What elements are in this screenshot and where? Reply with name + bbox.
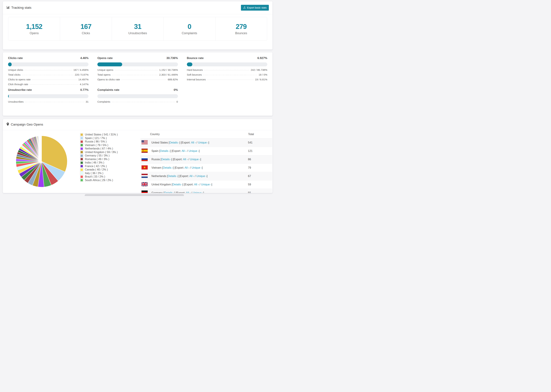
- bracket: ]: [174, 191, 175, 193]
- rate-value: 30.736%: [167, 56, 178, 60]
- stat-row-label: Total clicks: [8, 73, 21, 76]
- stat-value: 167: [80, 23, 91, 30]
- legend-label: South Africa ( 29 / 2% ): [85, 179, 113, 182]
- stat-row-label: Internal bounces: [187, 78, 206, 81]
- country-row: Netherlands [Details ›] [Export: All › /…: [141, 172, 272, 181]
- rate-value: 0%: [174, 88, 178, 92]
- export-unique-link[interactable]: Unique ›: [198, 141, 208, 144]
- export-all-link[interactable]: All ›: [183, 158, 188, 161]
- stat-row-value: 1,152 / 30.736%: [159, 68, 178, 71]
- country-flag-icon: [141, 190, 148, 193]
- export-unique-link[interactable]: Unique ›: [193, 191, 203, 193]
- country-row: Germany [Details ›] [Export: All › / Uni…: [141, 189, 272, 193]
- table-header-row: Country Total: [141, 130, 272, 139]
- details-link[interactable]: Details ›: [160, 149, 170, 152]
- export-label: Export:: [185, 183, 194, 186]
- country-total: 541: [248, 139, 272, 147]
- bracket: ]: [199, 149, 200, 152]
- country-flag-icon: [141, 140, 148, 144]
- country-total: 121: [248, 147, 272, 155]
- export-unique-link[interactable]: Unique ›: [196, 175, 206, 177]
- slash: /: [197, 141, 197, 144]
- bracket: ]: [182, 183, 183, 186]
- export-label: Export:: [175, 166, 184, 169]
- country-total: 86: [248, 155, 272, 164]
- details-link[interactable]: Details ›: [163, 166, 173, 169]
- unsubscribe-rate-section: Unsubscribe rate 0.77% Unsubscribes 31: [8, 88, 88, 103]
- stat-row-label: Unique opens: [97, 68, 113, 71]
- export-unique-link[interactable]: Unique ›: [201, 183, 211, 186]
- geo-pie-chart[interactable]: [14, 134, 69, 189]
- rates-card: Clicks rate 4.46% Unique clicks 167 / 4.…: [3, 52, 273, 116]
- progress-fill: [187, 63, 192, 66]
- details-link[interactable]: Details ›: [164, 191, 174, 193]
- export-label: Export:: [174, 158, 182, 161]
- export-all-link[interactable]: All ›: [182, 149, 186, 152]
- bracket: ]: [173, 166, 174, 169]
- stat-row-value: 242 / 86.738%: [251, 68, 267, 71]
- export-unique-link[interactable]: Unique ›: [192, 166, 202, 169]
- stat-row: Total clicks 220 / 5.87%: [8, 73, 88, 76]
- dotted-leader: [111, 102, 175, 102]
- bracket: ]: [211, 183, 212, 186]
- export-basic-stats-button[interactable]: Export basic stats: [241, 5, 269, 11]
- export-label: Export:: [172, 149, 181, 152]
- stat-box: 0 Complaints: [164, 17, 215, 41]
- stat-row-label: Clicks to opens rate: [8, 78, 31, 81]
- stat-row: Internal bounces 19 / 6.81%: [187, 78, 267, 81]
- export-all-link[interactable]: All ›: [186, 191, 191, 193]
- rates-grid: Clicks rate 4.46% Unique clicks 167 / 4.…: [3, 52, 272, 103]
- legend-swatch: [80, 158, 83, 161]
- details-link[interactable]: Details ›: [170, 141, 179, 144]
- stat-row-label: Complaints: [97, 100, 110, 103]
- legend-swatch: [80, 168, 83, 171]
- horizontal-scrollbar-thumb[interactable]: [85, 194, 184, 196]
- stat-row: Hard bounces 242 / 86.738%: [187, 68, 267, 71]
- stat-row: Unsubscribes 31: [8, 100, 88, 103]
- country-name: Russia: [151, 158, 160, 161]
- geo-pie-column: [3, 130, 80, 193]
- details-link[interactable]: Details ›: [161, 158, 171, 161]
- legend-item: Spain ( 121 / 7% ): [80, 136, 130, 140]
- dotted-leader: [112, 75, 158, 75]
- stat-value: 279: [236, 23, 247, 30]
- progress-fill: [97, 63, 122, 66]
- legend-item: Vietnam ( 79 / 5% ): [80, 143, 130, 147]
- bar-chart-icon: [7, 6, 10, 10]
- bracket: ]: [171, 158, 172, 161]
- stat-row: Soft bounces 18 / 0%: [187, 73, 267, 76]
- bracket: ]: [203, 191, 204, 193]
- details-link[interactable]: Details ›: [168, 175, 178, 177]
- export-unique-link[interactable]: Unique ›: [189, 149, 199, 152]
- export-all-link[interactable]: All ›: [191, 141, 196, 144]
- slash: /: [187, 149, 188, 152]
- rate-title: Unsubscribe rate: [8, 88, 32, 92]
- export-unique-link[interactable]: Unique ›: [190, 158, 200, 161]
- legend-item: Brazil ( 33 / 2% ): [80, 175, 130, 179]
- export-all-link[interactable]: All ›: [194, 183, 199, 186]
- legend-label: Brazil ( 33 / 2% ): [85, 175, 105, 178]
- export-all-link[interactable]: All ›: [189, 175, 194, 177]
- complaints-rate-progress-bar: [97, 94, 178, 98]
- legend-label: France ( 42 / 2% ): [85, 165, 107, 168]
- stat-label: Opens: [30, 31, 39, 35]
- legend-label: Russia ( 86 / 5% ): [85, 140, 107, 143]
- stat-value: 31: [134, 23, 141, 30]
- details-link[interactable]: Details ›: [172, 183, 183, 186]
- export-icon: [243, 6, 246, 9]
- country-total: 79: [248, 164, 272, 172]
- geo-opens-card: Campaign Geo Opens United States ( 541 /…: [3, 119, 273, 193]
- stat-row: Complaints 0: [97, 100, 178, 103]
- export-all-link[interactable]: All ›: [185, 166, 190, 169]
- stat-row-label: Unsubscribes: [8, 100, 24, 103]
- country-name: Vietnam: [151, 166, 161, 169]
- country-name: Spain: [151, 149, 158, 152]
- stat-row: Click through rate 4.147%: [8, 83, 88, 86]
- country-name: United States: [151, 141, 168, 144]
- export-label: Export:: [182, 141, 191, 144]
- legend-swatch: [80, 147, 83, 150]
- geo-opens-body: United States ( 541 / 31% )Spain ( 121 /…: [3, 130, 272, 193]
- legend-item: India ( 46 / 3% ): [80, 161, 130, 165]
- country-row: Vietnam [Details ›] [Export: All › / Uni…: [141, 164, 272, 172]
- stat-value: 0: [188, 23, 191, 30]
